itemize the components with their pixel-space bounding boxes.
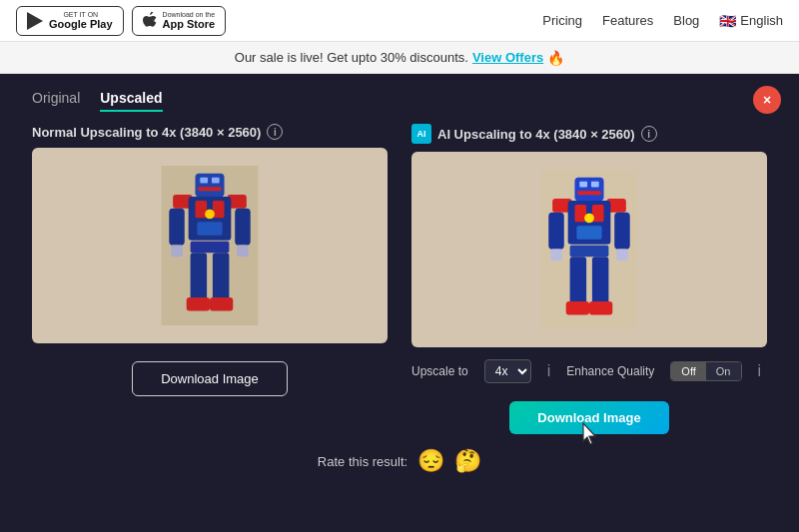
svg-point-42 [584, 214, 594, 224]
left-download-button[interactable]: Download Image [132, 361, 288, 396]
top-nav: GET IT ON Google Play Download on the Ap… [0, 0, 799, 42]
view-offers-link[interactable]: View Offers [472, 50, 543, 65]
upscale-label: Upscale to [411, 364, 468, 378]
left-image [32, 148, 388, 343]
svg-rect-16 [191, 242, 230, 254]
enhance-label: Enhance Quality [566, 364, 654, 378]
enhance-info-icon[interactable]: i [758, 362, 762, 380]
sale-banner: Our sale is live! Get upto 30% discounts… [0, 42, 799, 74]
right-panel-label: AI AI Upscaling to 4x (3840 × 2560) i [411, 124, 767, 144]
rating-label: Rate this result: [318, 454, 407, 469]
svg-rect-26 [577, 191, 600, 195]
store-buttons: GET IT ON Google Play Download on the Ap… [16, 6, 226, 36]
svg-rect-4 [212, 178, 220, 184]
left-panel-label: Normal Upscaling to 4x (3840 × 2560) i [32, 124, 388, 140]
sale-text: Our sale is live! Get upto 30% discounts… [235, 50, 468, 65]
svg-rect-14 [171, 246, 183, 258]
svg-rect-18 [213, 253, 229, 300]
controls-row: Upscale to 4x 2x 8x i Enhance Quality Of… [411, 359, 767, 383]
google-play-big-text: Google Play [49, 18, 113, 30]
svg-rect-12 [169, 209, 185, 246]
svg-rect-3 [200, 178, 208, 184]
svg-rect-5 [198, 187, 221, 191]
comparison-panel: Normal Upscaling to 4x (3840 × 2560) i [32, 124, 767, 434]
upscale-info-icon[interactable]: i [547, 362, 551, 380]
svg-rect-11 [197, 222, 222, 236]
right-download-button[interactable]: Download Image [509, 401, 668, 434]
tab-upscaled[interactable]: Upscaled [100, 90, 162, 112]
svg-rect-32 [576, 226, 601, 240]
left-panel: Normal Upscaling to 4x (3840 × 2560) i [32, 124, 388, 396]
app-store-button[interactable]: Download on the App Store [132, 6, 227, 36]
fire-emoji: 🔥 [547, 50, 564, 66]
robot-svg-left [160, 166, 260, 325]
svg-rect-41 [589, 301, 612, 315]
svg-rect-15 [237, 246, 249, 258]
ai-icon: AI [411, 124, 431, 144]
flag-icon: 🇬🇧 [719, 13, 736, 29]
upscale-select[interactable]: 4x 2x 8x [484, 359, 531, 383]
nav-links: Pricing Features Blog 🇬🇧 English [542, 13, 783, 29]
right-info-icon[interactable]: i [641, 126, 657, 142]
svg-point-21 [205, 210, 215, 220]
tab-original[interactable]: Original [32, 90, 80, 112]
svg-rect-39 [592, 257, 608, 304]
svg-rect-13 [235, 209, 251, 246]
sad-emoji-button[interactable]: 😔 [417, 448, 444, 474]
svg-rect-35 [550, 250, 562, 262]
neutral-emoji-button[interactable]: 🤔 [454, 448, 481, 474]
svg-rect-19 [187, 297, 210, 311]
right-image [411, 152, 767, 347]
toggle-on-button[interactable]: On [706, 362, 741, 380]
main-content: × Original Upscaled Normal Upscaling to … [0, 74, 799, 532]
svg-rect-24 [579, 182, 587, 188]
nav-blog[interactable]: Blog [673, 13, 699, 28]
nav-language[interactable]: 🇬🇧 English [719, 13, 783, 29]
svg-marker-0 [27, 12, 43, 30]
google-play-small-text: GET IT ON [49, 11, 113, 19]
left-download-area: Download Image [32, 361, 388, 396]
google-play-button[interactable]: GET IT ON Google Play [16, 6, 124, 36]
svg-rect-34 [614, 213, 630, 250]
right-download-area: Download Image [411, 401, 767, 434]
toggle-off-button[interactable]: Off [671, 362, 705, 380]
svg-rect-40 [566, 301, 589, 315]
tabs: Original Upscaled [32, 90, 767, 112]
robot-svg-right [539, 170, 639, 329]
svg-rect-17 [191, 253, 207, 300]
rating-row: Rate this result: 😔 🤔 [32, 448, 767, 474]
nav-pricing[interactable]: Pricing [542, 13, 582, 28]
svg-rect-33 [548, 213, 564, 250]
right-panel: AI AI Upscaling to 4x (3840 × 2560) i [411, 124, 767, 434]
close-button[interactable]: × [753, 86, 781, 114]
left-info-icon[interactable]: i [267, 124, 283, 140]
svg-rect-20 [210, 297, 233, 311]
svg-rect-23 [574, 178, 603, 201]
svg-rect-25 [591, 182, 599, 188]
app-store-big-text: App Store [163, 18, 216, 30]
language-text: English [740, 13, 783, 28]
svg-rect-37 [570, 246, 609, 258]
app-store-small-text: Download on the [163, 11, 216, 19]
svg-rect-38 [570, 257, 586, 304]
svg-rect-2 [195, 174, 224, 197]
enhance-toggle: Off On [670, 361, 741, 381]
svg-rect-36 [616, 250, 628, 262]
nav-features[interactable]: Features [602, 13, 653, 28]
